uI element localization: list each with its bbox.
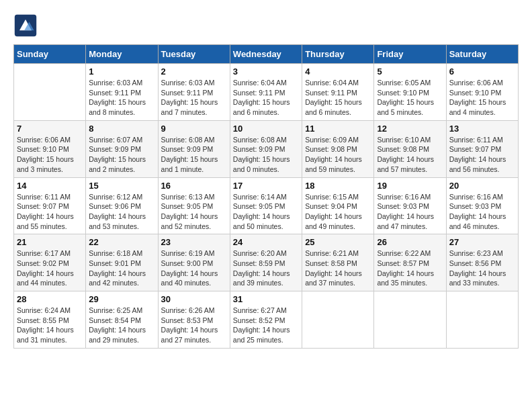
day-number: 6 <box>449 66 515 77</box>
calendar-week-row: 14Sunrise: 6:11 AMSunset: 9:07 PMDayligh… <box>14 177 519 234</box>
day-sun-info: Sunrise: 6:09 AMSunset: 9:08 PMDaylight:… <box>305 135 371 175</box>
calendar-cell: 11Sunrise: 6:09 AMSunset: 9:08 PMDayligh… <box>302 120 374 177</box>
day-sun-info: Sunrise: 6:22 AMSunset: 8:57 PMDaylight:… <box>377 248 443 288</box>
day-number: 3 <box>233 66 299 77</box>
weekday-header-monday: Monday <box>86 45 158 64</box>
calendar-cell: 5Sunrise: 6:05 AMSunset: 9:10 PMDaylight… <box>374 64 446 121</box>
day-number: 8 <box>89 124 154 134</box>
day-number: 28 <box>17 294 83 304</box>
calendar-cell: 14Sunrise: 6:11 AMSunset: 9:07 PMDayligh… <box>14 177 86 234</box>
day-sun-info: Sunrise: 6:04 AMSunset: 9:11 PMDaylight:… <box>305 78 371 118</box>
calendar-cell: 17Sunrise: 6:14 AMSunset: 9:05 PMDayligh… <box>230 177 302 234</box>
day-sun-info: Sunrise: 6:18 AMSunset: 9:01 PMDaylight:… <box>89 248 154 288</box>
day-sun-info: Sunrise: 6:17 AMSunset: 9:02 PMDaylight:… <box>17 248 83 288</box>
day-sun-info: Sunrise: 6:06 AMSunset: 9:10 PMDaylight:… <box>449 78 515 118</box>
day-sun-info: Sunrise: 6:14 AMSunset: 9:05 PMDaylight:… <box>233 192 299 232</box>
day-sun-info: Sunrise: 6:10 AMSunset: 9:08 PMDaylight:… <box>377 135 443 175</box>
day-sun-info: Sunrise: 6:03 AMSunset: 9:11 PMDaylight:… <box>161 78 227 118</box>
page-header <box>13 13 519 38</box>
day-sun-info: Sunrise: 6:05 AMSunset: 9:10 PMDaylight:… <box>377 78 443 118</box>
day-sun-info: Sunrise: 6:26 AMSunset: 8:53 PMDaylight:… <box>161 306 227 345</box>
day-number: 13 <box>449 124 515 134</box>
weekday-header-wednesday: Wednesday <box>230 45 302 64</box>
day-number: 16 <box>161 181 227 191</box>
calendar-cell: 9Sunrise: 6:08 AMSunset: 9:09 PMDaylight… <box>158 120 230 177</box>
day-sun-info: Sunrise: 6:08 AMSunset: 9:09 PMDaylight:… <box>233 135 299 175</box>
calendar-cell <box>14 64 86 121</box>
day-number: 10 <box>233 124 299 134</box>
day-number: 5 <box>377 66 443 77</box>
calendar-cell: 16Sunrise: 6:13 AMSunset: 9:05 PMDayligh… <box>158 177 230 234</box>
logo-icon <box>13 13 38 38</box>
day-sun-info: Sunrise: 6:06 AMSunset: 9:10 PMDaylight:… <box>17 135 83 175</box>
day-number: 9 <box>161 124 227 134</box>
weekday-header-tuesday: Tuesday <box>158 45 230 64</box>
day-sun-info: Sunrise: 6:21 AMSunset: 8:58 PMDaylight:… <box>305 248 371 288</box>
day-sun-info: Sunrise: 6:19 AMSunset: 9:00 PMDaylight:… <box>161 248 227 288</box>
weekday-header-saturday: Saturday <box>446 45 518 64</box>
calendar-cell <box>446 291 518 349</box>
day-number: 7 <box>17 124 83 134</box>
calendar-cell: 20Sunrise: 6:16 AMSunset: 9:03 PMDayligh… <box>446 177 518 234</box>
calendar-cell: 2Sunrise: 6:03 AMSunset: 9:11 PMDaylight… <box>158 64 230 121</box>
weekday-header-friday: Friday <box>374 45 446 64</box>
calendar-cell: 26Sunrise: 6:22 AMSunset: 8:57 PMDayligh… <box>374 234 446 291</box>
day-sun-info: Sunrise: 6:16 AMSunset: 9:03 PMDaylight:… <box>377 192 443 232</box>
day-sun-info: Sunrise: 6:23 AMSunset: 8:56 PMDaylight:… <box>449 248 515 288</box>
day-sun-info: Sunrise: 6:04 AMSunset: 9:11 PMDaylight:… <box>233 78 299 118</box>
day-number: 26 <box>377 237 443 247</box>
calendar-cell: 21Sunrise: 6:17 AMSunset: 9:02 PMDayligh… <box>14 234 86 291</box>
day-number: 24 <box>233 237 299 247</box>
weekday-header-row: SundayMondayTuesdayWednesdayThursdayFrid… <box>14 45 519 64</box>
day-number: 23 <box>161 237 227 247</box>
calendar-table: SundayMondayTuesdayWednesdayThursdayFrid… <box>13 44 519 349</box>
calendar-week-row: 28Sunrise: 6:24 AMSunset: 8:55 PMDayligh… <box>14 291 519 349</box>
day-number: 21 <box>17 237 83 247</box>
day-sun-info: Sunrise: 6:20 AMSunset: 8:59 PMDaylight:… <box>233 248 299 288</box>
day-sun-info: Sunrise: 6:08 AMSunset: 9:09 PMDaylight:… <box>161 135 227 175</box>
day-number: 31 <box>233 294 299 304</box>
calendar-cell: 3Sunrise: 6:04 AMSunset: 9:11 PMDaylight… <box>230 64 302 121</box>
calendar-cell: 28Sunrise: 6:24 AMSunset: 8:55 PMDayligh… <box>14 291 86 349</box>
day-sun-info: Sunrise: 6:27 AMSunset: 8:52 PMDaylight:… <box>233 306 299 345</box>
day-number: 1 <box>89 66 154 77</box>
day-sun-info: Sunrise: 6:25 AMSunset: 8:54 PMDaylight:… <box>89 306 154 345</box>
day-number: 27 <box>449 237 515 247</box>
day-number: 18 <box>305 181 371 191</box>
calendar-cell: 24Sunrise: 6:20 AMSunset: 8:59 PMDayligh… <box>230 234 302 291</box>
day-number: 11 <box>305 124 371 134</box>
day-number: 12 <box>377 124 443 134</box>
calendar-cell <box>374 291 446 349</box>
calendar-cell: 1Sunrise: 6:03 AMSunset: 9:11 PMDaylight… <box>86 64 158 121</box>
day-sun-info: Sunrise: 6:11 AMSunset: 9:07 PMDaylight:… <box>17 192 83 232</box>
day-sun-info: Sunrise: 6:13 AMSunset: 9:05 PMDaylight:… <box>161 192 227 232</box>
calendar-cell: 19Sunrise: 6:16 AMSunset: 9:03 PMDayligh… <box>374 177 446 234</box>
calendar-cell: 7Sunrise: 6:06 AMSunset: 9:10 PMDaylight… <box>14 120 86 177</box>
calendar-cell: 31Sunrise: 6:27 AMSunset: 8:52 PMDayligh… <box>230 291 302 349</box>
calendar-week-row: 1Sunrise: 6:03 AMSunset: 9:11 PMDaylight… <box>14 64 519 121</box>
calendar-cell: 29Sunrise: 6:25 AMSunset: 8:54 PMDayligh… <box>86 291 158 349</box>
day-sun-info: Sunrise: 6:24 AMSunset: 8:55 PMDaylight:… <box>17 306 83 345</box>
calendar-cell: 22Sunrise: 6:18 AMSunset: 9:01 PMDayligh… <box>86 234 158 291</box>
day-number: 4 <box>305 66 371 77</box>
calendar-cell: 30Sunrise: 6:26 AMSunset: 8:53 PMDayligh… <box>158 291 230 349</box>
calendar-cell <box>302 291 374 349</box>
day-number: 25 <box>305 237 371 247</box>
day-sun-info: Sunrise: 6:12 AMSunset: 9:06 PMDaylight:… <box>89 192 154 232</box>
day-number: 15 <box>89 181 154 191</box>
calendar-cell: 23Sunrise: 6:19 AMSunset: 9:00 PMDayligh… <box>158 234 230 291</box>
day-number: 17 <box>233 181 299 191</box>
day-number: 19 <box>377 181 443 191</box>
calendar-cell: 13Sunrise: 6:11 AMSunset: 9:07 PMDayligh… <box>446 120 518 177</box>
weekday-header-sunday: Sunday <box>14 45 86 64</box>
day-sun-info: Sunrise: 6:07 AMSunset: 9:09 PMDaylight:… <box>89 135 154 175</box>
day-number: 14 <box>17 181 83 191</box>
calendar-cell: 4Sunrise: 6:04 AMSunset: 9:11 PMDaylight… <box>302 64 374 121</box>
calendar-cell: 15Sunrise: 6:12 AMSunset: 9:06 PMDayligh… <box>86 177 158 234</box>
day-number: 30 <box>161 294 227 304</box>
calendar-cell: 18Sunrise: 6:15 AMSunset: 9:04 PMDayligh… <box>302 177 374 234</box>
calendar-cell: 6Sunrise: 6:06 AMSunset: 9:10 PMDaylight… <box>446 64 518 121</box>
day-sun-info: Sunrise: 6:15 AMSunset: 9:04 PMDaylight:… <box>305 192 371 232</box>
day-number: 22 <box>89 237 154 247</box>
logo <box>13 13 40 38</box>
